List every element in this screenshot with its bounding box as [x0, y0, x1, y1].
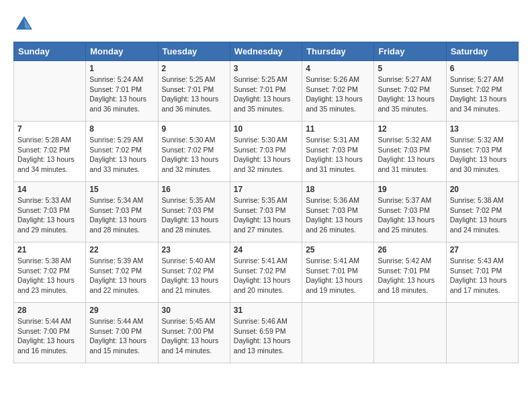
day-cell: 31Sunrise: 5:46 AMSunset: 6:59 PMDayligh… — [230, 303, 302, 363]
day-info: Sunrise: 5:32 AMSunset: 7:03 PMDaylight:… — [450, 135, 515, 175]
day-info: Sunrise: 5:27 AMSunset: 7:02 PMDaylight:… — [450, 75, 515, 114]
day-number: 5 — [378, 64, 442, 73]
day-number: 27 — [450, 245, 515, 255]
day-number: 17 — [234, 185, 298, 194]
week-row-4: 28Sunrise: 5:44 AMSunset: 7:00 PMDayligh… — [14, 303, 519, 363]
day-cell: 7Sunrise: 5:28 AMSunset: 7:02 PMDaylight… — [14, 122, 86, 182]
day-number: 1 — [89, 64, 154, 73]
day-number: 31 — [234, 306, 298, 315]
day-info: Sunrise: 5:25 AMSunset: 7:01 PMDaylight:… — [234, 75, 298, 114]
day-info: Sunrise: 5:27 AMSunset: 7:02 PMDaylight:… — [378, 75, 442, 114]
day-cell: 6Sunrise: 5:27 AMSunset: 7:02 PMDaylight… — [446, 61, 518, 122]
day-cell: 15Sunrise: 5:34 AMSunset: 7:03 PMDayligh… — [86, 182, 158, 242]
day-info: Sunrise: 5:32 AMSunset: 7:03 PMDaylight:… — [378, 135, 442, 175]
day-cell — [14, 61, 86, 122]
day-info: Sunrise: 5:35 AMSunset: 7:03 PMDaylight:… — [162, 195, 226, 235]
day-cell: 29Sunrise: 5:44 AMSunset: 7:00 PMDayligh… — [86, 303, 158, 363]
svg-marker-1 — [24, 19, 31, 28]
week-row-1: 7Sunrise: 5:28 AMSunset: 7:02 PMDaylight… — [14, 122, 519, 182]
day-cell: 10Sunrise: 5:30 AMSunset: 7:03 PMDayligh… — [230, 122, 302, 182]
day-cell: 11Sunrise: 5:31 AMSunset: 7:03 PMDayligh… — [302, 122, 374, 182]
day-info: Sunrise: 5:30 AMSunset: 7:03 PMDaylight:… — [234, 135, 298, 175]
day-cell: 8Sunrise: 5:29 AMSunset: 7:02 PMDaylight… — [86, 122, 158, 182]
day-cell: 17Sunrise: 5:35 AMSunset: 7:03 PMDayligh… — [230, 182, 302, 242]
day-cell: 13Sunrise: 5:32 AMSunset: 7:03 PMDayligh… — [446, 122, 518, 182]
logo-icon — [13, 13, 35, 35]
day-number: 26 — [378, 245, 442, 255]
day-info: Sunrise: 5:42 AMSunset: 7:01 PMDaylight:… — [378, 256, 442, 295]
day-number: 4 — [306, 64, 370, 73]
day-cell: 21Sunrise: 5:38 AMSunset: 7:02 PMDayligh… — [14, 242, 86, 303]
day-info: Sunrise: 5:34 AMSunset: 7:03 PMDaylight:… — [89, 195, 154, 235]
day-number: 3 — [234, 64, 298, 73]
day-cell: 30Sunrise: 5:45 AMSunset: 7:00 PMDayligh… — [158, 303, 230, 363]
day-number: 12 — [378, 124, 442, 134]
header-thursday: Thursday — [302, 42, 374, 61]
day-cell: 9Sunrise: 5:30 AMSunset: 7:02 PMDaylight… — [158, 122, 230, 182]
day-number: 15 — [89, 185, 154, 194]
day-number: 19 — [378, 185, 442, 194]
day-info: Sunrise: 5:31 AMSunset: 7:03 PMDaylight:… — [306, 135, 370, 175]
day-number: 30 — [162, 306, 226, 315]
day-number: 13 — [450, 124, 515, 134]
day-cell: 18Sunrise: 5:36 AMSunset: 7:03 PMDayligh… — [302, 182, 374, 242]
day-number: 9 — [162, 124, 226, 134]
day-number: 10 — [234, 124, 298, 134]
day-cell — [302, 303, 374, 363]
header-row: SundayMondayTuesdayWednesdayThursdayFrid… — [14, 42, 519, 61]
day-cell: 5Sunrise: 5:27 AMSunset: 7:02 PMDaylight… — [374, 61, 446, 122]
day-number: 18 — [306, 185, 370, 194]
day-number: 8 — [89, 124, 154, 134]
day-info: Sunrise: 5:44 AMSunset: 7:00 PMDaylight:… — [89, 316, 154, 356]
day-number: 2 — [162, 64, 226, 73]
header-saturday: Saturday — [446, 42, 518, 61]
day-number: 6 — [450, 64, 515, 73]
day-info: Sunrise: 5:40 AMSunset: 7:02 PMDaylight:… — [162, 256, 226, 295]
day-number: 21 — [17, 245, 82, 255]
day-number: 29 — [89, 306, 154, 315]
day-info: Sunrise: 5:38 AMSunset: 7:02 PMDaylight:… — [450, 195, 515, 235]
day-info: Sunrise: 5:28 AMSunset: 7:02 PMDaylight:… — [17, 135, 82, 175]
day-cell: 2Sunrise: 5:25 AMSunset: 7:01 PMDaylight… — [158, 61, 230, 122]
week-row-0: 1Sunrise: 5:24 AMSunset: 7:01 PMDaylight… — [14, 61, 519, 122]
header-sunday: Sunday — [14, 42, 86, 61]
day-cell: 1Sunrise: 5:24 AMSunset: 7:01 PMDaylight… — [86, 61, 158, 122]
day-info: Sunrise: 5:25 AMSunset: 7:01 PMDaylight:… — [162, 75, 226, 114]
day-cell: 4Sunrise: 5:26 AMSunset: 7:02 PMDaylight… — [302, 61, 374, 122]
day-info: Sunrise: 5:41 AMSunset: 7:02 PMDaylight:… — [234, 256, 298, 295]
day-info: Sunrise: 5:26 AMSunset: 7:02 PMDaylight:… — [306, 75, 370, 114]
day-cell — [446, 303, 518, 363]
day-cell: 24Sunrise: 5:41 AMSunset: 7:02 PMDayligh… — [230, 242, 302, 303]
day-cell: 19Sunrise: 5:37 AMSunset: 7:03 PMDayligh… — [374, 182, 446, 242]
day-number: 22 — [89, 245, 154, 255]
day-cell: 25Sunrise: 5:41 AMSunset: 7:01 PMDayligh… — [302, 242, 374, 303]
day-number: 7 — [17, 124, 82, 134]
day-number: 28 — [17, 306, 82, 315]
calendar-table: SundayMondayTuesdayWednesdayThursdayFrid… — [13, 42, 519, 363]
day-cell: 27Sunrise: 5:43 AMSunset: 7:01 PMDayligh… — [446, 242, 518, 303]
day-info: Sunrise: 5:36 AMSunset: 7:03 PMDaylight:… — [306, 195, 370, 235]
day-info: Sunrise: 5:44 AMSunset: 7:00 PMDaylight:… — [17, 316, 82, 356]
header-wednesday: Wednesday — [230, 42, 302, 61]
day-cell: 20Sunrise: 5:38 AMSunset: 7:02 PMDayligh… — [446, 182, 518, 242]
day-info: Sunrise: 5:41 AMSunset: 7:01 PMDaylight:… — [306, 256, 370, 295]
day-number: 24 — [234, 245, 298, 255]
day-cell: 22Sunrise: 5:39 AMSunset: 7:02 PMDayligh… — [86, 242, 158, 303]
day-number: 14 — [17, 185, 82, 194]
day-info: Sunrise: 5:30 AMSunset: 7:02 PMDaylight:… — [162, 135, 226, 175]
day-cell: 12Sunrise: 5:32 AMSunset: 7:03 PMDayligh… — [374, 122, 446, 182]
day-info: Sunrise: 5:39 AMSunset: 7:02 PMDaylight:… — [89, 256, 154, 295]
week-row-2: 14Sunrise: 5:33 AMSunset: 7:03 PMDayligh… — [14, 182, 519, 242]
day-info: Sunrise: 5:45 AMSunset: 7:00 PMDaylight:… — [162, 316, 226, 356]
day-cell: 16Sunrise: 5:35 AMSunset: 7:03 PMDayligh… — [158, 182, 230, 242]
day-info: Sunrise: 5:37 AMSunset: 7:03 PMDaylight:… — [378, 195, 442, 235]
day-cell: 26Sunrise: 5:42 AMSunset: 7:01 PMDayligh… — [374, 242, 446, 303]
header-friday: Friday — [374, 42, 446, 61]
day-number: 25 — [306, 245, 370, 255]
day-number: 20 — [450, 185, 515, 194]
day-cell — [374, 303, 446, 363]
day-number: 23 — [162, 245, 226, 255]
header-tuesday: Tuesday — [158, 42, 230, 61]
day-info: Sunrise: 5:33 AMSunset: 7:03 PMDaylight:… — [17, 195, 82, 235]
day-cell: 3Sunrise: 5:25 AMSunset: 7:01 PMDaylight… — [230, 61, 302, 122]
